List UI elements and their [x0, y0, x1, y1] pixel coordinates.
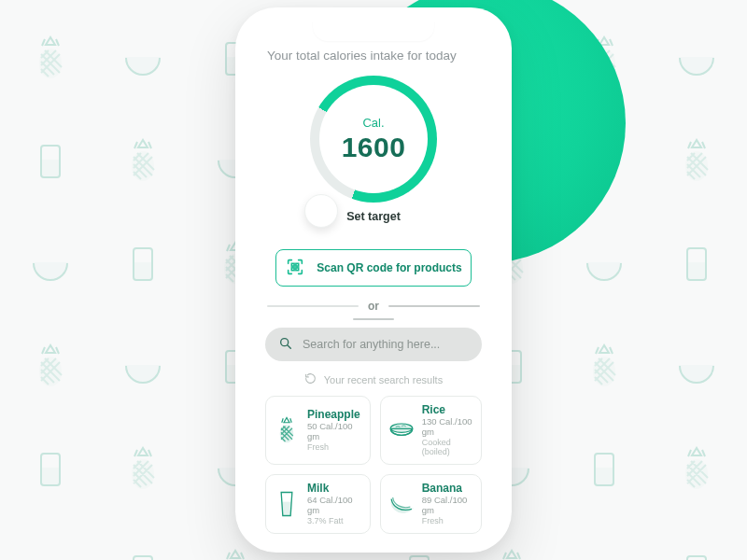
pineapple-icon	[274, 414, 300, 446]
svg-rect-32	[43, 469, 58, 483]
page-title: Your total calories intake for today	[267, 49, 482, 63]
notch	[313, 21, 434, 41]
milk-glass-icon	[274, 488, 300, 520]
recent-header: Your recent search results	[265, 372, 482, 386]
svg-rect-40	[134, 556, 152, 560]
scan-qr-button[interactable]: Scan QR code for products	[275, 249, 472, 287]
mini-separator	[353, 318, 394, 320]
svg-rect-7	[41, 146, 60, 177]
result-sub: Cooked (boiled)	[422, 438, 473, 457]
svg-rect-51	[296, 267, 299, 270]
refresh-icon[interactable]	[304, 372, 317, 386]
scan-qr-label: Scan QR code for products	[317, 261, 461, 274]
result-name: Rice	[422, 404, 473, 417]
svg-point-0	[40, 49, 61, 77]
svg-rect-37	[595, 454, 613, 485]
result-card-milk[interactable]: Milk 64 Cal./100 gm 3.7% Fatt	[265, 474, 371, 534]
svg-rect-22	[687, 248, 706, 280]
recent-label: Your recent search results	[324, 374, 443, 385]
svg-point-24	[40, 357, 61, 385]
search-input[interactable]: Search for anything here...	[265, 328, 482, 361]
svg-rect-56	[283, 503, 290, 515]
svg-point-39	[686, 460, 707, 488]
svg-rect-17	[135, 263, 150, 278]
results-grid: Pineapple 50 Cal./100 gm Fresh	[265, 396, 482, 534]
svg-point-52	[281, 338, 289, 345]
result-card-pineapple[interactable]: Pineapple 50 Cal./100 gm Fresh	[265, 396, 371, 465]
svg-rect-50	[292, 267, 295, 270]
svg-point-30	[594, 357, 614, 385]
svg-rect-23	[689, 263, 704, 278]
svg-point-33	[133, 460, 153, 488]
qr-icon	[285, 257, 305, 280]
svg-rect-43	[410, 556, 429, 560]
svg-rect-8	[43, 161, 58, 175]
result-card-banana[interactable]: Banana 89 Cal./100 gm Fresh	[380, 474, 482, 534]
calorie-unit-label: Cal.	[362, 116, 384, 130]
screen: Your total calories intake for today Cal…	[248, 21, 499, 539]
ring-drag-handle[interactable]	[304, 194, 338, 228]
result-sub: Fresh	[307, 442, 362, 452]
result-name: Pineapple	[307, 409, 362, 422]
result-meta: 64 Cal./100 gm	[307, 496, 362, 516]
search-placeholder: Search for anything here...	[303, 338, 440, 351]
banana-icon	[388, 488, 415, 520]
svg-point-15	[686, 152, 707, 180]
svg-rect-48	[292, 263, 295, 266]
svg-rect-16	[134, 248, 152, 280]
or-divider: or	[267, 300, 480, 313]
result-meta: 89 Cal./100 gm	[422, 496, 473, 516]
svg-rect-38	[597, 469, 612, 483]
calorie-ring: Cal. 1600 Set target	[265, 76, 482, 223]
result-meta: 50 Cal./100 gm	[307, 422, 362, 442]
svg-rect-49	[296, 263, 299, 266]
search-icon	[278, 336, 293, 354]
svg-rect-31	[41, 454, 60, 485]
result-name: Milk	[307, 483, 362, 496]
or-label: or	[368, 300, 379, 313]
rice-bowl-icon	[388, 414, 415, 446]
svg-point-9	[133, 152, 153, 180]
result-name: Banana	[422, 483, 473, 496]
divider-line	[388, 305, 480, 307]
svg-rect-46	[687, 556, 706, 560]
result-sub: 3.7% Fatt	[307, 516, 362, 525]
calorie-value: 1600	[342, 132, 406, 163]
phone-frame: Your total calories intake for today Cal…	[235, 7, 512, 553]
result-sub: Fresh	[422, 516, 473, 525]
progress-ring: Cal. 1600	[310, 76, 437, 203]
set-target-button[interactable]: Set target	[346, 210, 401, 223]
result-meta: 130 Cal./100 gm	[422, 417, 473, 438]
result-card-rice[interactable]: Rice 130 Cal./100 gm Cooked (boiled)	[380, 396, 482, 465]
divider-line	[267, 305, 359, 307]
